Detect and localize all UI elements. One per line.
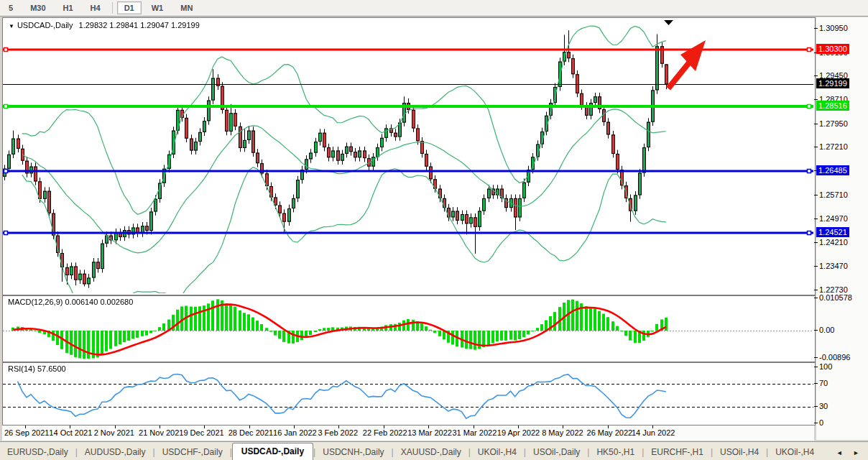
price-tick: 1.24210 xyxy=(819,238,848,247)
chart-title: ▼USDCAD-,Daily1.29832 1.29841 1.29047 1.… xyxy=(9,21,200,29)
date-label: 21 Nov 2021 xyxy=(139,428,183,437)
date-label: 14 Oct 2021 xyxy=(49,428,92,437)
tab-scroll-arrows-icon[interactable]: ◄ ► xyxy=(836,449,864,456)
date-label: 19 Apr 2022 xyxy=(497,428,540,437)
chart-tab-bar: EURUSD-,Daily|AUDUSD-,Daily|USDCHF-,Dail… xyxy=(0,441,868,460)
rsi-panel: RSI(14) 57.6500 xyxy=(2,362,816,426)
date-label: 2 Nov 2021 xyxy=(94,428,134,437)
date-label: 14 Jun 2022 xyxy=(632,428,675,437)
timeframe-button-h1[interactable]: H1 xyxy=(56,1,80,14)
timeframe-button-mn[interactable]: MN xyxy=(173,1,200,14)
timeframe-button-w1[interactable]: W1 xyxy=(144,1,171,14)
chart-tab[interactable]: AUDUSD-,Daily xyxy=(78,444,153,460)
chart-tab[interactable]: EURCHF-,H1 xyxy=(644,444,711,460)
date-label: 31 Mar 2022 xyxy=(453,428,497,437)
chart-tab[interactable]: XAUUSD-,Daily xyxy=(394,444,468,460)
timeframe-button-m30[interactable]: M30 xyxy=(23,1,52,14)
rsi-axis-label: 0 xyxy=(819,418,823,428)
rsi-label: RSI(14) 57.6500 xyxy=(8,364,66,373)
rsi-axis-label: 30 xyxy=(819,402,828,411)
price-level-label: 1.28516 xyxy=(816,101,849,111)
toolbar-separator xyxy=(112,2,113,14)
price-level-label: 1.26485 xyxy=(816,165,849,175)
price-axis[interactable]: 1.309501.301901.294501.287101.279501.272… xyxy=(816,17,868,440)
date-label: 26 Sep 2021 xyxy=(4,428,49,437)
time-axis[interactable]: 26 Sep 202114 Oct 20212 Nov 202121 Nov 2… xyxy=(2,426,814,441)
timeframe-toolbar: 5M30H1H4D1W1MN xyxy=(0,0,868,17)
chart-tab[interactable]: USOil-,Daily xyxy=(526,444,587,460)
date-label: 16 Jan 2022 xyxy=(273,428,317,437)
chart-tab[interactable]: USDCNH-,Daily xyxy=(315,444,391,460)
timeframe-button-d1[interactable]: D1 xyxy=(117,1,142,14)
timeframe-button-h4[interactable]: H4 xyxy=(83,1,108,14)
date-label: 28 Dec 2021 xyxy=(228,428,273,437)
chart-tab[interactable]: USOil-,H4 xyxy=(713,444,766,460)
symbol-label: USDCAD-,Daily xyxy=(17,21,73,29)
price-tick: 1.25710 xyxy=(819,190,848,200)
price-chart-panel: ▼USDCAD-,Daily1.29832 1.29841 1.29047 1.… xyxy=(2,17,816,295)
macd-label: MACD(12,26,9) 0.006140 0.002680 xyxy=(8,298,133,306)
chart-tab[interactable]: USDCHF-,Daily xyxy=(155,444,230,460)
price-tick: 1.27210 xyxy=(819,142,848,152)
rsi-axis-label: 70 xyxy=(819,379,828,388)
price-level-label: 1.24521 xyxy=(816,227,849,237)
date-label: 13 Mar 2022 xyxy=(407,428,452,437)
price-chart-canvas[interactable] xyxy=(3,18,813,293)
macd-axis-label: -0.00896 xyxy=(819,353,850,362)
chart-tab[interactable]: HK50-,H1 xyxy=(589,444,642,460)
rsi-canvas[interactable] xyxy=(3,363,813,423)
price-tick: 1.30950 xyxy=(819,24,848,33)
chart-tab[interactable]: UKOil-,H4 xyxy=(768,444,821,460)
price-level-label: 1.30300 xyxy=(816,44,849,54)
date-label: 22 Feb 2022 xyxy=(363,428,407,437)
chart-tab[interactable]: EURUSD-,Daily xyxy=(0,444,75,460)
chart-tab[interactable]: UKOil-,H4 xyxy=(471,444,524,460)
price-tick: 1.27950 xyxy=(819,119,848,129)
metatrader-window: 5M30H1H4D1W1MN ▼USDCAD-,Daily1.29832 1.2… xyxy=(0,0,868,460)
current-price-label: 1.29199 xyxy=(816,78,849,88)
macd-axis-label: 0.010578 xyxy=(819,293,852,303)
price-tick: 1.23470 xyxy=(819,262,848,271)
price-tick: 1.24970 xyxy=(819,214,848,224)
date-label: 9 Dec 2021 xyxy=(183,428,223,437)
macd-axis-label: 0.00 xyxy=(819,326,834,335)
date-label: 3 Feb 2022 xyxy=(318,428,358,437)
date-label: 8 May 2022 xyxy=(542,428,583,437)
timeframe-button-5[interactable]: 5 xyxy=(1,1,20,14)
rsi-axis-label: 100 xyxy=(819,362,832,372)
date-label: 26 May 2022 xyxy=(587,428,633,437)
ohlc-values: 1.29832 1.29841 1.29047 1.29199 xyxy=(79,21,200,29)
chart-tab[interactable]: USDCAD-,Daily xyxy=(232,443,313,460)
macd-panel: MACD(12,26,9) 0.006140 0.002680 xyxy=(2,295,816,362)
symbol-dropdown-icon[interactable]: ▼ xyxy=(9,23,14,29)
